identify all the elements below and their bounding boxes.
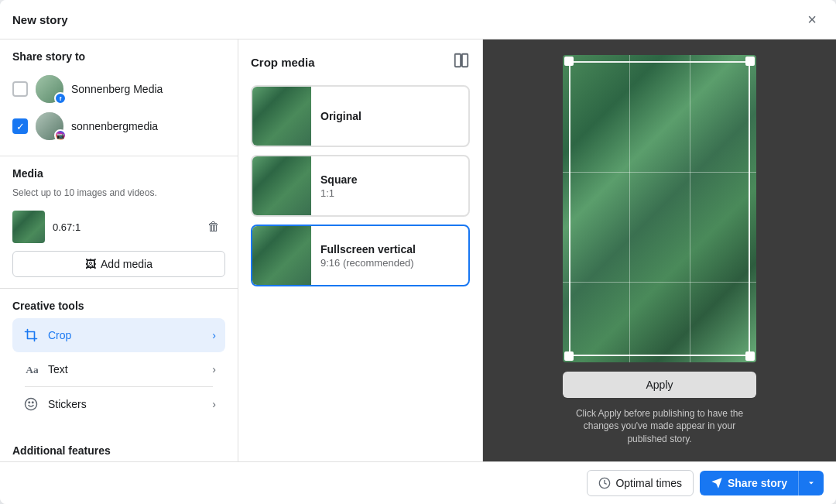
media-item: 0.67:1 🗑 <box>12 206 225 248</box>
additional-features-section: Additional features <box>0 434 238 461</box>
creative-tools-section: Creative tools Crop › Aa <box>0 289 238 421</box>
crop-option-fullscreen[interactable]: Fullscreen vertical 9:16 (recommended) <box>251 225 470 286</box>
crop-info-square: Square 1:1 <box>320 173 468 199</box>
share-story-dropdown-button[interactable] <box>799 472 824 494</box>
crop-chevron-icon: › <box>212 329 216 341</box>
corner-tl <box>564 57 574 66</box>
corner-tr <box>745 57 755 66</box>
instagram-avatar: 📷 <box>36 112 63 140</box>
text-chevron-icon: › <box>212 363 216 375</box>
preview-container <box>563 55 756 362</box>
account-item-facebook: f Sonnenberg Media <box>12 70 225 108</box>
share-story-button-group: Share story <box>700 471 824 495</box>
svg-text:Aa: Aa <box>26 364 38 375</box>
apply-hint-text: Click Apply before publishing to have th… <box>563 407 756 446</box>
stickers-tool-label: Stickers <box>48 398 204 410</box>
right-panel: Apply Click Apply before publishing to h… <box>483 39 836 461</box>
grid-h2 <box>563 282 756 283</box>
crop-thumb-original <box>252 87 311 146</box>
apply-button[interactable]: Apply <box>563 372 756 398</box>
crop-thumb-square <box>252 156 311 215</box>
crop-border <box>569 61 750 356</box>
clock-icon <box>598 477 611 489</box>
share-to-title: Share story to <box>12 50 225 63</box>
middle-panel: Crop media Original <box>238 39 483 461</box>
media-section: Media Select up to 10 images and videos.… <box>0 156 238 289</box>
crop-thumb-fullscreen <box>252 226 311 285</box>
crop-media-header: Crop media <box>251 52 470 73</box>
facebook-checkbox[interactable] <box>12 81 28 97</box>
crop-ratio-fullscreen: 9:16 (recommended) <box>320 257 468 269</box>
share-story-label: Share story <box>728 477 787 489</box>
chevron-down-icon <box>807 478 816 488</box>
crop-tool[interactable]: Crop › <box>12 318 225 352</box>
split-view-button[interactable] <box>453 52 470 73</box>
media-thumbnail <box>12 211 45 243</box>
modal-body: Share story to f Sonnenberg Media ✓ <box>0 39 836 461</box>
crop-option-square[interactable]: Square 1:1 <box>251 155 470 217</box>
facebook-account-name: Sonnenberg Media <box>71 83 163 95</box>
corner-bl <box>564 351 574 361</box>
crop-option-original[interactable]: Original <box>251 85 470 147</box>
corner-br <box>745 351 755 361</box>
modal-title: New story <box>12 13 68 26</box>
crop-name-square: Square <box>320 173 468 186</box>
add-media-label: Add media <box>101 258 152 270</box>
grid-h1 <box>563 172 756 173</box>
text-tool-label: Text <box>48 363 204 375</box>
share-icon <box>711 477 723 489</box>
stickers-chevron-icon: › <box>212 398 216 410</box>
svg-point-2 <box>29 402 30 403</box>
delete-media-button[interactable]: 🗑 <box>202 215 225 238</box>
crop-grid-overlay <box>563 55 756 362</box>
instagram-account-name: sonnenbergmedia <box>71 120 158 132</box>
account-item-instagram: ✓ 📷 sonnenbergmedia <box>12 108 225 145</box>
instagram-platform-badge: 📷 <box>54 129 67 142</box>
close-button[interactable]: × <box>800 8 824 31</box>
facebook-avatar: f <box>36 75 63 103</box>
optimal-times-label: Optimal times <box>615 477 682 489</box>
creative-tools-title: Creative tools <box>12 300 225 312</box>
media-subtitle: Select up to 10 images and videos. <box>12 187 225 198</box>
stickers-icon <box>22 395 40 413</box>
optimal-times-button[interactable]: Optimal times <box>587 470 694 496</box>
svg-point-1 <box>26 399 37 410</box>
crop-name-fullscreen: Fullscreen vertical <box>320 243 468 255</box>
facebook-platform-badge: f <box>54 92 67 105</box>
share-to-section: Share story to f Sonnenberg Media ✓ <box>0 39 238 156</box>
crop-info-original: Original <box>320 110 468 122</box>
checkbox-check-icon: ✓ <box>16 121 25 132</box>
media-ratio: 0.67:1 <box>53 221 194 233</box>
svg-rect-5 <box>462 54 468 67</box>
crop-ratio-square: 1:1 <box>320 187 468 199</box>
crop-media-title: Crop media <box>251 56 315 69</box>
text-icon: Aa <box>22 360 40 379</box>
text-tool[interactable]: Aa Text › <box>12 352 225 386</box>
share-story-main-button[interactable]: Share story <box>700 471 799 495</box>
grid-v1 <box>629 55 630 362</box>
left-panel: Share story to f Sonnenberg Media ✓ <box>0 39 238 461</box>
crop-name-original: Original <box>320 110 468 122</box>
crop-info-fullscreen: Fullscreen vertical 9:16 (recommended) <box>320 243 468 269</box>
stickers-tool[interactable]: Stickers › <box>12 387 225 421</box>
additional-features-title: Additional features <box>12 444 225 457</box>
crop-tool-label: Crop <box>48 329 204 341</box>
new-story-modal: New story × Share story to f Sonnenberg … <box>0 0 836 504</box>
modal-footer: Optimal times Share story <box>0 461 836 504</box>
svg-point-3 <box>33 402 34 403</box>
add-media-button[interactable]: 🖼 Add media <box>12 251 225 277</box>
crop-icon <box>22 326 40 345</box>
grid-v2 <box>690 55 690 362</box>
media-title: Media <box>12 167 225 180</box>
add-media-icon: 🖼 <box>85 258 96 270</box>
instagram-checkbox[interactable]: ✓ <box>12 118 28 134</box>
modal-header: New story × <box>0 0 836 39</box>
svg-rect-4 <box>455 54 461 67</box>
